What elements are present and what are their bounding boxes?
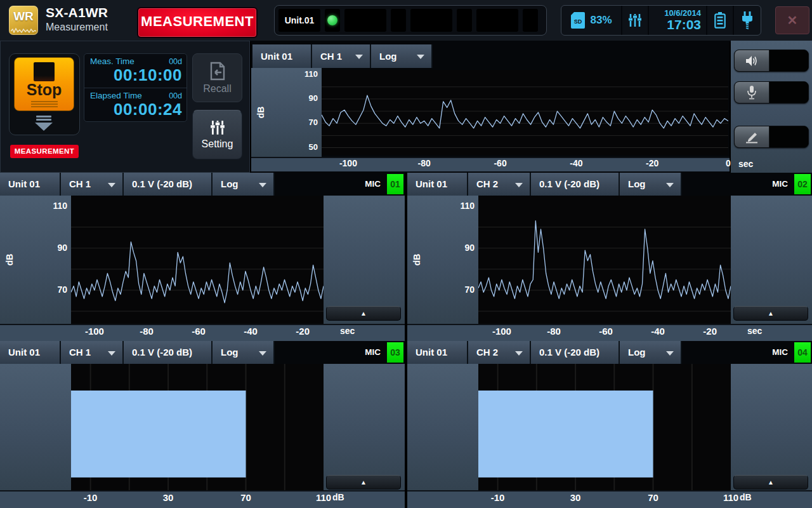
mic02-channel-select[interactable]: CH 2	[468, 173, 531, 196]
mic02-range-label: 0.1 V (-20 dB)	[531, 173, 620, 196]
mic04-y-axis	[407, 364, 478, 490]
y-tick-label: 70	[57, 284, 67, 295]
x-tick-label: 110	[316, 492, 331, 503]
power-status	[733, 6, 761, 35]
y-tick-label: 110	[53, 201, 67, 211]
measurement-mode-button[interactable]: MEASUREMENT	[137, 7, 258, 38]
stop-button-group: Stop	[9, 53, 80, 135]
app-icon-text: WR	[9, 10, 38, 23]
overview-scale-select[interactable]: Log	[371, 44, 433, 68]
collapse-arrow-icon: ▲	[768, 310, 774, 317]
app-title: SX-A1WR	[46, 5, 108, 20]
sd-card-status: SD 83%	[561, 6, 621, 35]
sd-percent: 83%	[590, 14, 612, 27]
mic03-y-axis	[0, 364, 71, 490]
x-tick-label: -80	[547, 326, 561, 337]
collapse-button[interactable]: ▲	[733, 306, 808, 321]
mic01-x-axis: -100-80-60-40-20 sec	[0, 324, 405, 341]
stop-button[interactable]: Stop	[14, 57, 74, 111]
x-axis-unit: sec	[340, 326, 355, 336]
chevron-down-icon	[259, 351, 266, 356]
mic03-unit-label: Unit 01	[0, 341, 61, 364]
x-tick-label: -100	[339, 158, 357, 168]
y-axis-unit: dB	[412, 254, 422, 266]
x-tick-label: -60	[494, 158, 506, 168]
status-cluster: SD 83% 10/6/2014 17:03	[561, 5, 761, 36]
x-tick-label: -10	[491, 492, 505, 503]
y-tick-label: 50	[309, 142, 318, 152]
measurement-status-badge: MEASUREMENT	[10, 145, 79, 158]
chevron-down-icon	[259, 183, 266, 187]
collapse-button[interactable]: ▲	[326, 475, 401, 490]
mic01-unit-label: Unit 01	[0, 173, 61, 196]
panel-overview: Unit 01 CH 1 Log dB 110907050 -100-80-60…	[251, 41, 730, 173]
overview-unit-label: Unit 01	[252, 44, 312, 68]
chevron-down-icon	[355, 55, 363, 59]
annotate-pen-button[interactable]	[734, 126, 809, 148]
recall-document-icon	[209, 62, 226, 81]
mic-label: MIC	[365, 341, 381, 364]
unit-status-led	[325, 9, 340, 32]
panel-mic04: Unit 01 CH 2 0.1 V (-20 dB) Log MIC 04 ▲…	[407, 341, 812, 507]
mic01-y-axis: dB 1109070	[0, 196, 71, 324]
y-tick-label: 90	[309, 93, 318, 103]
mixer-status	[621, 6, 648, 35]
collapse-controls-arrow-icon[interactable]	[32, 114, 55, 131]
mic04-number-badge: 04	[794, 342, 811, 363]
unit-status-bar: Unit.01	[274, 5, 547, 36]
chevron-down-icon	[417, 55, 424, 59]
mic03-plot	[71, 364, 324, 490]
pen-icon	[745, 131, 759, 144]
x-tick-label: 30	[163, 492, 174, 503]
mic04-range-label: 0.1 V (-20 dB)	[531, 341, 620, 364]
overview-channel-select[interactable]: CH 1	[312, 44, 371, 68]
mic-label: MIC	[772, 341, 788, 364]
collapse-arrow-icon: ▲	[360, 479, 367, 486]
mic01-plot	[71, 196, 324, 324]
chevron-down-icon	[666, 183, 674, 187]
top-bar: WR SX-A1WR Measurement MEASUREMENT Unit.…	[0, 0, 812, 42]
mic02-scale-select[interactable]: Log	[620, 173, 682, 196]
y-tick-label: 110	[304, 69, 318, 79]
mic-label: MIC	[365, 173, 381, 196]
collapse-button[interactable]: ▲	[733, 475, 808, 490]
mic02-plot	[478, 196, 731, 324]
recall-button[interactable]: Recall	[192, 53, 242, 102]
x-tick-label: -100	[85, 326, 104, 337]
unit-slot-empty	[476, 9, 518, 32]
mic03-channel-select[interactable]: CH 1	[61, 341, 124, 364]
mic04-scale-select[interactable]: Log	[620, 341, 682, 364]
mic04-channel-select[interactable]: CH 2	[468, 341, 531, 364]
power-plug-icon	[741, 11, 754, 29]
overview-x-axis: -100-80-60-40-200	[251, 157, 730, 171]
overview-x-axis-unit: sec	[738, 159, 753, 169]
mic01-scale-select[interactable]: Log	[213, 173, 275, 196]
mic04-plot	[478, 364, 731, 490]
elapsed-time-value: 00:00:24	[90, 100, 182, 119]
x-axis-unit: dB	[740, 492, 752, 502]
mic01-channel-select[interactable]: CH 1	[61, 173, 124, 196]
setting-sliders-icon	[209, 119, 226, 136]
microphone-monitor-button[interactable]	[734, 81, 809, 104]
panel-mic02: Unit 01 CH 2 0.1 V (-20 dB) Log MIC 02 d…	[407, 173, 812, 340]
side-buttons-column: sec	[731, 41, 812, 173]
green-led-icon	[327, 15, 337, 25]
panel-mic01: Unit 01 CH 1 0.1 V (-20 dB) Log MIC 01 d…	[0, 173, 405, 340]
date-text: 10/6/2014	[664, 9, 701, 18]
time-text: 17:03	[667, 18, 701, 32]
meas-time-label: Meas. Time	[90, 57, 134, 66]
collapse-button[interactable]: ▲	[326, 306, 401, 321]
app-subtitle: Measurement	[46, 22, 108, 33]
x-tick-label: -40	[570, 158, 582, 168]
control-panel: Stop MEASUREMENT Meas. Time 00d 00:10:00…	[0, 41, 250, 173]
setting-button[interactable]: Setting	[192, 110, 242, 159]
mic03-scale-select[interactable]: Log	[213, 341, 275, 364]
y-tick-label: 90	[464, 243, 475, 253]
close-button[interactable]: ✕	[775, 6, 809, 34]
overview-plot	[322, 70, 728, 155]
x-tick-label: 30	[570, 492, 581, 503]
speaker-output-button[interactable]	[734, 50, 809, 72]
meas-time-days: 00d	[169, 57, 182, 66]
mic03-number-badge: 03	[387, 342, 403, 363]
meas-time-row: Meas. Time 00d 00:10:00	[84, 54, 187, 88]
